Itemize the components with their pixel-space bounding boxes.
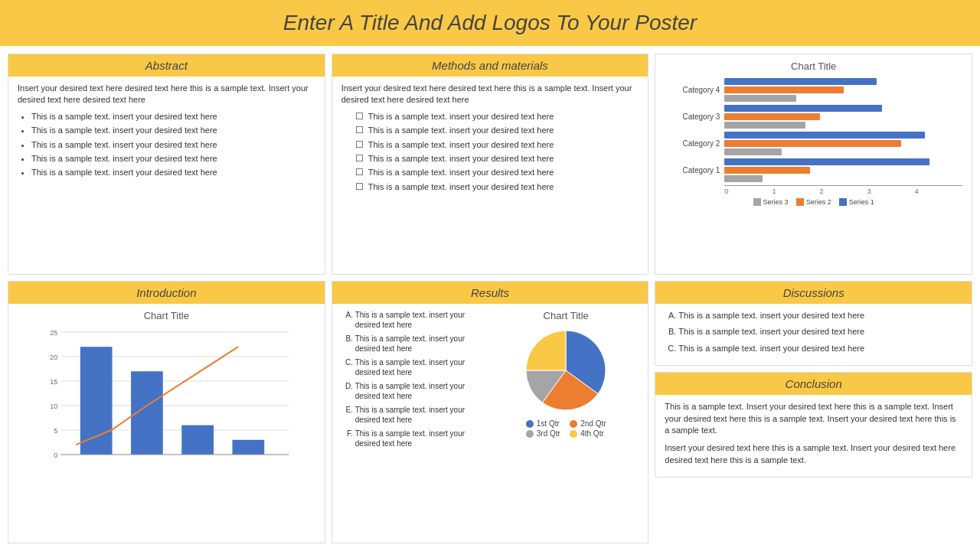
results-list: This is a sample text. insert your desir… — [341, 310, 487, 448]
conclusion-para2: Insert your desired text here this is a … — [665, 442, 962, 466]
pie-legend: 1st Qtr2nd Qtr3rd Qtr4th Qtr — [526, 419, 606, 438]
list-item: This is a sample text. insert your desir… — [355, 381, 487, 401]
list-item: This is a sample text. insert your desir… — [355, 125, 639, 136]
chart-top-body: Chart Title Category 4Category 3Category… — [655, 54, 972, 274]
intro-chart-title: Chart Title — [18, 310, 315, 321]
svg-rect-12 — [80, 347, 113, 455]
legend-label: Series 1 — [849, 198, 874, 206]
legend-dot — [753, 198, 761, 206]
legend-item: Series 1 — [839, 198, 874, 206]
discussions-body: This is a sample text. insert your desir… — [655, 304, 972, 365]
intro-chart-svg: 0510152025 — [18, 324, 315, 478]
conclusion-body: This is a sample text. Insert your desir… — [655, 395, 972, 477]
list-item: This is a sample text. insert your desir… — [355, 334, 487, 354]
introduction-section: Introduction Chart Title 0510152025 — [8, 281, 325, 543]
pie-legend-item: 2nd Qtr — [570, 419, 606, 428]
bar-row: Category 2 — [665, 132, 962, 155]
svg-text:5: 5 — [54, 427, 57, 435]
legend-dot — [839, 198, 847, 206]
intro-chart: 0510152025 — [18, 324, 315, 478]
bars-group — [724, 132, 962, 155]
methods-section: Methods and materials Insert your desire… — [332, 54, 649, 275]
introduction-header: Introduction — [8, 282, 325, 304]
bar-segment — [724, 167, 810, 174]
bar-segment — [724, 122, 805, 129]
introduction-body: Chart Title 0510152025 — [8, 304, 325, 543]
bar-label: Category 4 — [665, 86, 720, 94]
legend-label: Series 2 — [806, 198, 831, 206]
svg-text:20: 20 — [50, 354, 57, 361]
chart-top-title: Chart Title — [665, 60, 962, 72]
poster: Enter A Title And Add Logos To Your Post… — [0, 0, 980, 551]
axis-labels: 01234 — [724, 187, 962, 195]
chart-top-section: Chart Title Category 4Category 3Category… — [655, 54, 972, 275]
list-item: This is a sample text. insert your desir… — [355, 310, 487, 330]
pie-chart-title: Chart Title — [544, 310, 589, 321]
abstract-header: Abstract — [8, 54, 325, 77]
abstract-section: Abstract Insert your desired text here d… — [8, 54, 325, 275]
pie-legend-dot — [526, 430, 534, 438]
pie-legend-dot — [570, 420, 577, 428]
bar-segment — [724, 148, 782, 155]
results-header: Results — [332, 282, 648, 304]
list-item: This is a sample text. insert your desir… — [678, 343, 962, 354]
axis-label: 1 — [772, 187, 819, 195]
results-inner: This is a sample text. insert your desir… — [341, 310, 639, 452]
pie-legend-dot — [526, 420, 534, 428]
bar-row: Category 3 — [665, 105, 962, 129]
list-item: This is a sample text. insert your desir… — [31, 125, 315, 136]
legend-dot — [796, 198, 804, 206]
bar-segment — [724, 105, 881, 112]
svg-rect-15 — [232, 440, 264, 455]
pie-legend-label: 1st Qtr — [537, 419, 560, 428]
legend-label: Series 3 — [763, 198, 789, 206]
list-item: This is a sample text. insert your desir… — [355, 139, 639, 151]
content-grid: Abstract Insert your desired text here d… — [0, 46, 980, 551]
list-item: This is a sample text. insert your desir… — [678, 310, 962, 321]
conclusion-header: Conclusion — [655, 373, 972, 395]
pie-legend-item: 4th Qtr — [570, 429, 606, 438]
svg-text:25: 25 — [50, 329, 57, 337]
pie-legend-dot — [570, 430, 577, 438]
right-col: Discussions This is a sample text. inser… — [655, 281, 972, 543]
legend-item: Series 3 — [753, 198, 789, 206]
svg-text:10: 10 — [50, 403, 57, 410]
pie-legend-label: 2nd Qtr — [580, 419, 606, 428]
bar-chart-horiz: Category 4Category 3Category 2Category 1… — [665, 75, 962, 209]
discussions-section: Discussions This is a sample text. inser… — [655, 281, 972, 366]
list-item: This is a sample text. insert your desir… — [678, 326, 962, 337]
list-item: This is a sample text. insert your desir… — [31, 139, 315, 151]
bar-label: Category 2 — [665, 139, 720, 148]
list-item: This is a sample text. insert your desir… — [355, 405, 487, 425]
bar-segment — [724, 86, 844, 93]
list-item: This is a sample text. insert your desir… — [355, 429, 487, 448]
bar-segment — [724, 95, 795, 102]
poster-title: Enter A Title And Add Logos To Your Post… — [15, 11, 965, 35]
list-item: This is a sample text. insert your desir… — [355, 111, 639, 122]
bar-segment — [724, 113, 819, 120]
axis-line — [724, 185, 962, 186]
bar-row: Category 4 — [665, 78, 962, 102]
axis-label: 3 — [867, 187, 915, 195]
bar-segment — [724, 175, 763, 182]
list-item: This is a sample text. insert your desir… — [31, 167, 315, 178]
results-chart-container: Chart Title 1st Qtr2nd Qtr3rd Qtr4th Qtr — [493, 310, 639, 452]
conclusion-para1: This is a sample text. Insert your desir… — [665, 401, 962, 436]
list-item: This is a sample text. insert your desir… — [355, 167, 639, 178]
abstract-body: Insert your desired text here desired te… — [8, 77, 325, 274]
list-item: This is a sample text. insert your desir… — [31, 153, 315, 165]
results-list-container: This is a sample text. insert your desir… — [341, 310, 487, 452]
bar-segment — [724, 132, 924, 139]
methods-header: Methods and materials — [332, 54, 648, 77]
list-item: This is a sample text. insert your desir… — [355, 357, 487, 377]
axis-label: 0 — [724, 187, 772, 195]
results-section: Results This is a sample text. insert yo… — [332, 281, 649, 543]
methods-body: Insert your desired text here desired te… — [332, 77, 648, 274]
chart-legend: Series 3Series 2Series 1 — [665, 198, 962, 206]
bar-label: Category 1 — [665, 166, 720, 174]
bar-segment — [724, 158, 929, 165]
abstract-text: Insert your desired text here desired te… — [18, 83, 315, 106]
bar-row: Category 1 — [665, 158, 962, 182]
bar-label: Category 3 — [665, 112, 720, 121]
axis-label: 4 — [915, 187, 962, 195]
